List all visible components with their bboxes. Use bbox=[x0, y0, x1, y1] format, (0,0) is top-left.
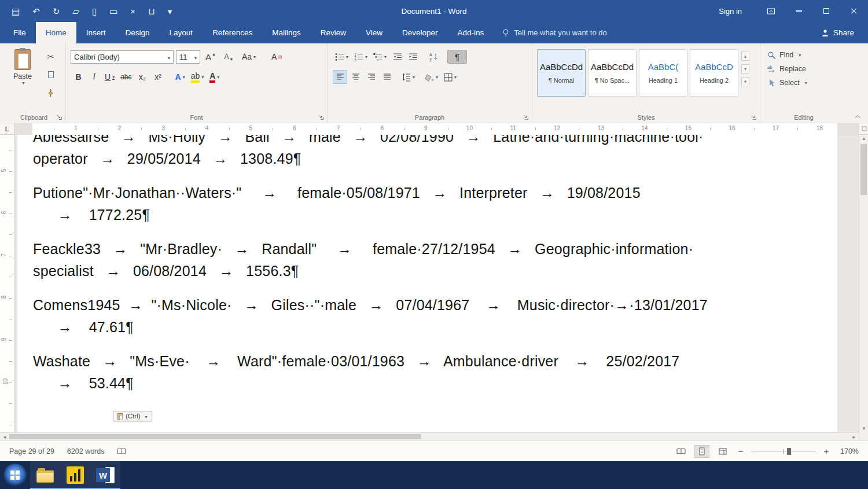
undo-icon[interactable]: ↶ bbox=[32, 7, 40, 16]
ruler-toggle-box[interactable] bbox=[859, 123, 868, 135]
scroll-right-arrow[interactable]: ► bbox=[852, 435, 856, 440]
copy-button[interactable] bbox=[43, 69, 58, 80]
font-family-combobox[interactable]: Calibri (Body) bbox=[71, 50, 174, 64]
select-button[interactable]: Select bbox=[765, 76, 843, 90]
tell-me-box[interactable]: Tell me what you want to do bbox=[502, 22, 606, 43]
styles-scroll-down-button[interactable]: ▼ bbox=[741, 64, 749, 73]
document-line[interactable]: Comens1945 → "·Ms·Nicole· → Giles··"·mal… bbox=[33, 294, 837, 316]
document-line[interactable]: Putione"·Mr·Jonathan··Waters·" → female·… bbox=[33, 182, 837, 204]
tab-add-ins[interactable]: Add-ins bbox=[448, 22, 494, 43]
document-line[interactable]: → 47.61¶ bbox=[33, 316, 837, 338]
tab-mailings[interactable]: Mailings bbox=[262, 22, 311, 43]
page-indicator[interactable]: Page 29 of 29 bbox=[9, 447, 54, 455]
tab-references[interactable]: References bbox=[203, 22, 262, 43]
sort-button[interactable]: AZ bbox=[426, 50, 441, 64]
increase-indent-button[interactable] bbox=[406, 50, 420, 64]
document-line[interactable]: → 53.44¶ bbox=[33, 372, 837, 394]
font-color-button[interactable]: A bbox=[207, 70, 222, 84]
taskbar-file-explorer[interactable] bbox=[30, 461, 60, 489]
share-button[interactable]: Share bbox=[807, 22, 868, 43]
customize-qat-icon[interactable]: ▾ bbox=[168, 7, 172, 16]
italic-button[interactable]: I bbox=[87, 70, 101, 84]
subscript-button[interactable]: x₂ bbox=[135, 70, 150, 84]
maximize-button[interactable] bbox=[812, 0, 840, 22]
scroll-down-arrow[interactable]: ▼ bbox=[859, 426, 868, 431]
change-case-button[interactable]: Aa bbox=[240, 50, 258, 64]
tab-file[interactable]: File bbox=[3, 22, 36, 43]
web-layout-button[interactable] bbox=[715, 445, 730, 458]
zoom-slider-thumb[interactable] bbox=[787, 448, 791, 455]
tab-insert[interactable]: Insert bbox=[76, 22, 116, 43]
redo-icon[interactable]: ↻ bbox=[53, 7, 60, 16]
bullets-button[interactable] bbox=[333, 50, 351, 64]
shading-button[interactable] bbox=[422, 70, 440, 84]
clear-formatting-button[interactable]: A bbox=[269, 50, 284, 64]
tab-review[interactable]: Review bbox=[311, 22, 356, 43]
numbering-button[interactable]: 123 bbox=[352, 50, 370, 64]
tab-layout[interactable]: Layout bbox=[160, 22, 203, 43]
ribbon-display-options-button[interactable] bbox=[757, 0, 785, 22]
style-card-heading-2[interactable]: AaBbCcDHeading 2 bbox=[690, 49, 738, 97]
decrease-indent-button[interactable] bbox=[390, 50, 404, 64]
document-line[interactable]: specialist → 06/08/2014 → 1556.3¶ bbox=[33, 260, 837, 282]
styles-scroll-up-button[interactable]: ▲ bbox=[741, 52, 749, 61]
style-card--normal[interactable]: AaBbCcDd¶ Normal bbox=[537, 49, 586, 97]
tab-view[interactable]: View bbox=[356, 22, 392, 43]
shrink-font-button[interactable]: A▼ bbox=[222, 50, 236, 64]
align-right-button[interactable] bbox=[364, 70, 378, 84]
taskbar-app-chart[interactable] bbox=[60, 461, 90, 489]
minimize-button[interactable] bbox=[785, 0, 812, 22]
word-count[interactable]: 6202 words bbox=[67, 447, 105, 455]
tab-home[interactable]: Home bbox=[36, 22, 76, 43]
replace-button[interactable]: ab Replace bbox=[765, 62, 843, 76]
paragraph-dialog-launcher[interactable] bbox=[523, 114, 529, 120]
close-button[interactable] bbox=[840, 0, 868, 22]
document-line[interactable]: Abiessairse → Ms·Holly → Ball → male → 0… bbox=[33, 135, 837, 148]
open-folder-icon[interactable]: ⊔ bbox=[148, 7, 155, 16]
vertical-scroll-thumb[interactable] bbox=[860, 144, 867, 195]
scroll-left-arrow[interactable]: ◄ bbox=[2, 435, 7, 440]
proofing-status-icon[interactable] bbox=[117, 447, 126, 455]
sign-in-button[interactable]: Sign in bbox=[704, 0, 757, 22]
font-dialog-launcher[interactable] bbox=[318, 114, 324, 120]
document-line[interactable]: Washate → "Ms·Eve· → Ward"·female·03/01/… bbox=[33, 350, 837, 372]
paste-options-button[interactable]: (Ctrl) bbox=[113, 411, 152, 421]
zoom-level[interactable]: 170% bbox=[837, 447, 859, 455]
horizontal-scrollbar[interactable]: ◄ ► bbox=[0, 432, 859, 440]
strikethrough-button[interactable]: abc bbox=[118, 70, 134, 84]
borders-button[interactable] bbox=[442, 70, 459, 84]
show-hide-formatting-button[interactable]: ¶ bbox=[447, 50, 467, 64]
horizontal-scroll-thumb[interactable] bbox=[9, 434, 421, 439]
save-icon[interactable]: ▤ bbox=[12, 7, 20, 16]
print-layout-button[interactable] bbox=[694, 445, 709, 458]
styles-more-button[interactable]: ▼ bbox=[741, 77, 749, 86]
tab-design[interactable]: Design bbox=[116, 22, 160, 43]
folder-icon[interactable]: ▭ bbox=[109, 7, 117, 16]
document-page[interactable]: Abiessairse → Ms·Holly → Ball → male → 0… bbox=[17, 135, 837, 432]
tab-developer[interactable]: Developer bbox=[392, 22, 448, 43]
align-left-button[interactable] bbox=[333, 70, 347, 84]
horizontal-ruler[interactable]: 123456789101112131415161718 bbox=[14, 123, 859, 135]
vertical-scrollbar[interactable]: ▲ ▼ bbox=[859, 123, 868, 440]
text-effects-button[interactable]: A bbox=[173, 70, 187, 84]
zoom-in-button[interactable]: + bbox=[822, 446, 831, 456]
vertical-ruler[interactable]: 5678910 bbox=[0, 135, 14, 432]
grow-font-button[interactable]: A▲ bbox=[203, 50, 218, 64]
align-center-button[interactable] bbox=[348, 70, 363, 84]
styles-dialog-launcher[interactable] bbox=[751, 114, 757, 120]
tab-stop-selector[interactable]: L bbox=[0, 123, 14, 135]
new-document-icon[interactable]: ▯ bbox=[92, 7, 97, 16]
taskbar-word[interactable]: W bbox=[90, 461, 120, 489]
paste-button[interactable]: Paste bbox=[7, 49, 38, 109]
document-line[interactable]: Feackle33 → "Mr·Bradley· → Randall" → fe… bbox=[33, 238, 837, 260]
scroll-up-arrow[interactable]: ▲ bbox=[859, 136, 868, 141]
touch-mode-icon[interactable]: ▱ bbox=[72, 7, 79, 16]
style-card--no-spac-[interactable]: AaBbCcDd¶ No Spac... bbox=[588, 49, 637, 97]
zoom-slider[interactable] bbox=[751, 447, 816, 455]
underline-button[interactable]: U bbox=[102, 70, 117, 84]
highlight-color-button[interactable]: ab bbox=[189, 70, 207, 84]
document-line[interactable]: → 1772.25¶ bbox=[33, 204, 837, 226]
multilevel-list-button[interactable] bbox=[371, 50, 389, 64]
read-mode-button[interactable] bbox=[674, 445, 689, 458]
find-button[interactable]: Find bbox=[765, 48, 843, 62]
